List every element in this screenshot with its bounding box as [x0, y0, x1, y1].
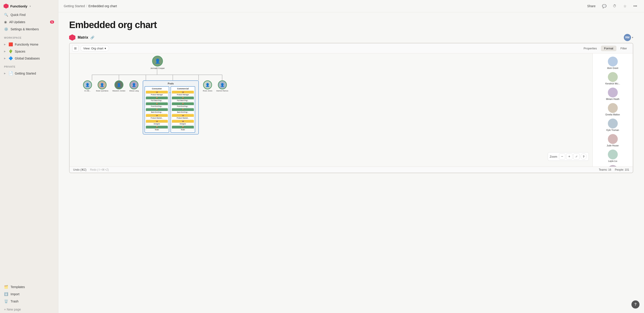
list-item: Miriam Heath [592, 86, 633, 102]
breadcrumb: Getting Started / Embedded org chart [64, 4, 117, 8]
embed-area: Matrix 🔗 RM ▾ ⊞ View: Org chart ▾ Proper… [58, 34, 644, 177]
sidebar-item-getting-started[interactable]: ▶ 📄 Getting Started [2, 70, 56, 77]
import-icon: ⬇️ [4, 292, 8, 296]
avatar [608, 103, 618, 113]
topbar: Getting Started / Embedded org chart Sha… [58, 0, 644, 12]
list-item: 👤 Waseem Jordan [112, 80, 126, 92]
pods-inner: Consumer 📦 Product Manager [144, 86, 197, 133]
sidebar-item-trash[interactable]: 🗑️ Trash [2, 298, 56, 305]
zoom-in-button[interactable]: + [566, 153, 572, 160]
person-name: Ewan Quintana [96, 90, 108, 92]
tab-properties[interactable]: Properties [580, 46, 600, 51]
people-count: People: 101 [615, 168, 629, 171]
embed-link-icon[interactable]: 🔗 [90, 36, 94, 39]
settings-icon: ⚙️ [4, 27, 8, 31]
sidebar-nav: 🔍 Quick Find ◉ All Updates 5 ⚙️ Settings… [0, 10, 58, 34]
workspace-nav: ▶ 🟥 Functionly Home ▶ 🌵 Spaces ▶ 🔷 Globa… [0, 40, 58, 63]
pod-commercial-title: Commercial [172, 88, 194, 90]
more-button[interactable]: ••• [632, 3, 638, 10]
person-name: Jermain Cooper [150, 67, 165, 69]
list-item: Alvin Grant [592, 55, 633, 71]
stats-area: Teams: 16 People: 101 [599, 168, 629, 171]
embed-user: RM ▾ [624, 34, 633, 41]
zoom-label: Zoom [550, 155, 557, 158]
avatar [608, 72, 618, 82]
zoom-fit-button[interactable]: ⤢ [573, 153, 580, 160]
role-card-tester: 📦 Tester [172, 126, 194, 131]
list-item: 👤 Rose Jones [203, 80, 212, 92]
new-page-button[interactable]: + New page [0, 306, 58, 313]
history-button[interactable]: ⏱ [611, 3, 618, 10]
undo-redo-area: Undo (⌘Z) Redo (⇧+⌘+Z) [73, 168, 109, 171]
org-center-person: 👤 Jermain Cooper [150, 56, 165, 69]
sidebar-item-label: Functionly Home [15, 43, 38, 46]
role-card-bee: 📦 Back End Engi... [146, 108, 168, 113]
app-dropdown-icon: ▾ [30, 5, 31, 8]
role-card-fse: 📦 Full Stack Engi... [172, 97, 194, 102]
sidebar-item-settings[interactable]: ⚙️ Settings & Members [2, 26, 56, 33]
sidebar-item-spaces[interactable]: ▶ 🌵 Spaces [2, 48, 56, 55]
avatar [608, 119, 618, 128]
private-nav: ▶ 📄 Getting Started [0, 69, 58, 78]
page-help-button[interactable]: ? [632, 300, 640, 308]
sidebar-bottom-nav: 🗂️ Templates ⬇️ Import 🗑️ Trash [0, 282, 58, 306]
sidebar-header[interactable]: Functionly ▾ [0, 0, 58, 10]
role-card-designer: 📦 Designer [172, 120, 194, 125]
list-item: Jude House [592, 133, 633, 148]
role-card-fse: 📦 Full Stack Engi... [146, 97, 168, 102]
person-name: Jude House [607, 144, 619, 147]
sidebar-item-global-databases[interactable]: ▶ 🔷 Global Databases [2, 55, 56, 62]
person-name: Rose Jones [203, 90, 212, 92]
role-card-pm: 📦 Product Manager [146, 91, 168, 96]
user-dropdown-icon[interactable]: ▾ [632, 36, 633, 39]
person-name: Darrick Ramos [216, 90, 228, 92]
pod-consumer-title: Consumer [146, 88, 168, 90]
collapse-arrow-icon: ▶ [4, 72, 7, 75]
org-chart-canvas[interactable]: Alvin Grant Kendrick Mci... Miriam Heath… [70, 54, 633, 172]
templates-icon: 🗂️ [4, 285, 8, 289]
main-content: Getting Started / Embedded org chart Sha… [58, 0, 644, 313]
view-dropdown[interactable]: View: Org chart ▾ [80, 45, 109, 52]
sidebar-item-templates[interactable]: 🗂️ Templates [2, 283, 56, 290]
embed-toolbar: ⊞ View: Org chart ▾ Properties Format Fi… [70, 43, 633, 54]
role-card-tester: 📦 Tester [146, 126, 168, 131]
sidebar-item-quick-find[interactable]: 🔍 Quick Find [2, 11, 56, 19]
embed-statusbar: Undo (⌘Z) Redo (⇧+⌘+Z) Teams: 16 People:… [70, 167, 633, 173]
avatar [608, 150, 618, 159]
share-button[interactable]: Share [586, 3, 597, 9]
star-button[interactable]: ☆ [622, 3, 628, 10]
list-item: 👤 Ewan Quintana [96, 80, 108, 92]
zoom-out-button[interactable]: − [559, 153, 565, 160]
help-button[interactable]: ? [580, 153, 587, 160]
view-dropdown-label: View: Org chart [83, 47, 103, 50]
person-name: Elissa Lang [130, 90, 139, 92]
list-item: Kyle Truman [592, 117, 633, 133]
tab-filter[interactable]: Filter [617, 46, 630, 51]
undo-button[interactable]: Undo (⌘Z) [73, 168, 86, 171]
list-item: 👤 Darrick Ramos [216, 80, 228, 92]
person-name: Layla Liu [608, 160, 617, 162]
sidebar-toggle-button[interactable]: ⊞ [72, 45, 78, 52]
sidebar-item-import[interactable]: ⬇️ Import [2, 290, 56, 298]
sidebar: Functionly ▾ 🔍 Quick Find ◉ All Updates … [0, 0, 58, 313]
avatar [608, 88, 618, 97]
sidebar-item-label: Quick Find [10, 13, 26, 17]
pod-consumer: Consumer 📦 Product Manager [144, 86, 169, 133]
page-title-area: Embedded org chart [58, 12, 644, 34]
spaces-icon: 🌵 [8, 49, 13, 54]
tab-format[interactable]: Format [601, 46, 616, 51]
search-icon: 🔍 [4, 13, 8, 17]
sidebar-item-functionly-home[interactable]: ▶ 🟥 Functionly Home [2, 41, 56, 48]
updates-icon: ◉ [4, 20, 7, 24]
list-item: Layla Liu [592, 148, 633, 164]
collapse-arrow-icon: ▶ [4, 57, 7, 60]
comment-button[interactable]: 💬 [601, 3, 608, 10]
embed-header: Matrix 🔗 RM ▾ [69, 34, 633, 41]
sidebar-item-label: Import [10, 292, 20, 296]
role-card-fee: 📦 Front End Engi... [172, 102, 194, 108]
redo-button[interactable]: Redo (⇧+⌘+Z) [90, 168, 108, 171]
person-name: Emelia Walton [606, 113, 620, 116]
sidebar-item-all-updates[interactable]: ◉ All Updates 5 [2, 19, 56, 26]
breadcrumb-root[interactable]: Getting Started [64, 4, 85, 8]
page-title: Embedded org chart [69, 20, 633, 30]
